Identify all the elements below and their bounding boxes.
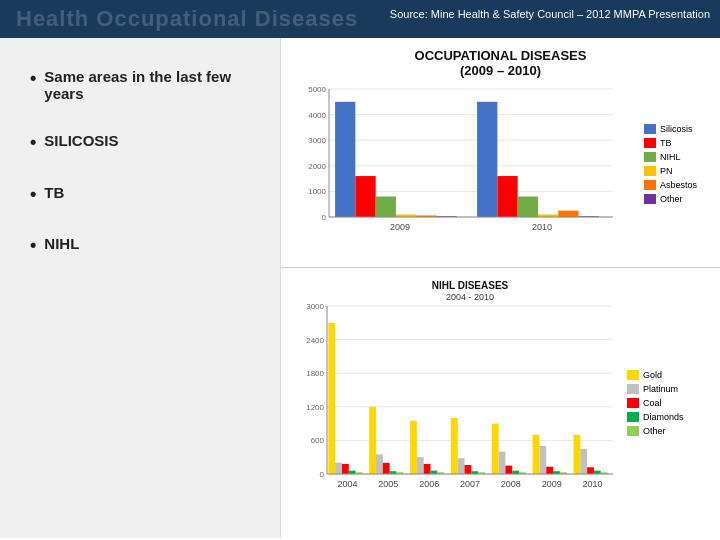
- svg-text:600: 600: [311, 436, 325, 445]
- bullet-text-4: NIHL: [44, 235, 79, 252]
- legend-item: Other: [627, 426, 693, 436]
- header-source: Source: Mine Health & Safety Council – 2…: [390, 8, 710, 20]
- svg-text:2010: 2010: [532, 222, 552, 232]
- svg-text:2004: 2004: [337, 479, 357, 489]
- svg-text:2009: 2009: [542, 479, 562, 489]
- svg-rect-55: [417, 457, 424, 474]
- header-title: Health Occupational Diseases: [16, 6, 358, 32]
- svg-rect-45: [349, 471, 356, 474]
- legend-item: TB: [644, 138, 710, 148]
- chart-top-title: OCCUPATIONAL DISEASES (2009 – 2010): [291, 48, 710, 78]
- chart-occupational-diseases: OCCUPATIONAL DISEASES (2009 – 2010) 0100…: [281, 38, 720, 268]
- legend-item: Coal: [627, 398, 693, 408]
- svg-text:1800: 1800: [306, 369, 324, 378]
- svg-rect-57: [431, 471, 438, 474]
- chart-nihl-diseases: NIHL DISEASES2004 - 20100600120018002400…: [281, 268, 720, 538]
- chart-top-area: 01000200030004000500020092010 SilicosisT…: [291, 84, 710, 243]
- svg-text:2008: 2008: [501, 479, 521, 489]
- svg-rect-69: [512, 471, 519, 474]
- bullet-4: • NIHL: [30, 235, 260, 257]
- svg-text:0: 0: [322, 213, 327, 222]
- svg-text:2007: 2007: [460, 479, 480, 489]
- chart-bottom-inner: NIHL DISEASES2004 - 20100600120018002400…: [291, 276, 710, 530]
- svg-text:0: 0: [320, 470, 325, 479]
- chart-bottom-legend: GoldPlatinumCoalDiamondsOther: [623, 276, 693, 530]
- svg-rect-78: [574, 435, 581, 474]
- svg-text:5000: 5000: [308, 85, 326, 94]
- svg-rect-80: [587, 467, 594, 474]
- svg-text:2010: 2010: [583, 479, 603, 489]
- chart-bottom-svg: NIHL DISEASES2004 - 20100600120018002400…: [291, 276, 621, 496]
- svg-rect-48: [369, 407, 376, 474]
- bullet-2: • SILICOSIS: [30, 132, 260, 154]
- svg-rect-42: [328, 323, 335, 474]
- svg-text:2000: 2000: [308, 162, 326, 171]
- svg-rect-13: [355, 176, 375, 217]
- svg-rect-79: [580, 449, 587, 474]
- svg-text:2009: 2009: [390, 222, 410, 232]
- svg-rect-67: [499, 452, 506, 474]
- bullet-dot-4: •: [30, 235, 36, 257]
- chart-top-legend: SilicosisTBNIHLPNAsbestosOther: [640, 84, 710, 243]
- legend-item: NIHL: [644, 152, 710, 162]
- legend-item: PN: [644, 166, 710, 176]
- svg-rect-74: [546, 467, 553, 474]
- svg-text:2400: 2400: [306, 336, 324, 345]
- bullet-text-3: TB: [44, 184, 64, 201]
- main-content: • Same areas in the last few years • SIL…: [0, 38, 720, 538]
- svg-rect-68: [505, 466, 512, 474]
- bullet-3: • TB: [30, 184, 260, 206]
- legend-item: Silicosis: [644, 124, 710, 134]
- svg-text:2005: 2005: [378, 479, 398, 489]
- svg-rect-43: [335, 463, 342, 474]
- svg-rect-72: [533, 435, 540, 474]
- chart-top-svg-wrap: 01000200030004000500020092010: [291, 84, 638, 243]
- svg-rect-23: [558, 211, 578, 217]
- svg-rect-54: [410, 421, 417, 474]
- svg-text:3000: 3000: [308, 136, 326, 145]
- svg-text:4000: 4000: [308, 111, 326, 120]
- bullet-1: • Same areas in the last few years: [30, 68, 260, 102]
- legend-item: Asbestos: [644, 180, 710, 190]
- svg-rect-19: [477, 102, 497, 217]
- svg-rect-61: [458, 458, 465, 474]
- svg-rect-12: [335, 102, 355, 217]
- bullet-dot-1: •: [30, 68, 36, 90]
- legend-item: Platinum: [627, 384, 693, 394]
- svg-rect-21: [518, 197, 538, 217]
- svg-rect-50: [383, 463, 390, 474]
- bullet-dot-3: •: [30, 184, 36, 206]
- left-panel: • Same areas in the last few years • SIL…: [0, 38, 280, 538]
- svg-text:1000: 1000: [308, 187, 326, 196]
- svg-text:NIHL DISEASES: NIHL DISEASES: [432, 280, 509, 291]
- svg-text:3000: 3000: [306, 302, 324, 311]
- header: Health Occupational Diseases Source: Min…: [0, 0, 720, 38]
- svg-text:2006: 2006: [419, 479, 439, 489]
- svg-rect-44: [342, 464, 349, 474]
- chart-top-svg: 01000200030004000500020092010: [291, 84, 621, 239]
- bullet-dot-2: •: [30, 132, 36, 154]
- svg-rect-60: [451, 418, 458, 474]
- svg-rect-73: [539, 446, 546, 474]
- svg-text:2004 - 2010: 2004 - 2010: [446, 292, 494, 302]
- svg-rect-62: [465, 465, 472, 474]
- legend-item: Gold: [627, 370, 693, 380]
- svg-rect-14: [376, 197, 396, 217]
- svg-rect-20: [497, 176, 517, 217]
- legend-item: Diamonds: [627, 412, 693, 422]
- svg-rect-81: [594, 471, 601, 474]
- bullet-text-2: SILICOSIS: [44, 132, 118, 149]
- legend-item: Other: [644, 194, 710, 204]
- svg-text:1200: 1200: [306, 403, 324, 412]
- bullet-text-1: Same areas in the last few years: [44, 68, 260, 102]
- svg-rect-56: [424, 464, 431, 474]
- svg-rect-49: [376, 454, 383, 474]
- right-panel: OCCUPATIONAL DISEASES (2009 – 2010) 0100…: [280, 38, 720, 538]
- svg-rect-66: [492, 424, 499, 474]
